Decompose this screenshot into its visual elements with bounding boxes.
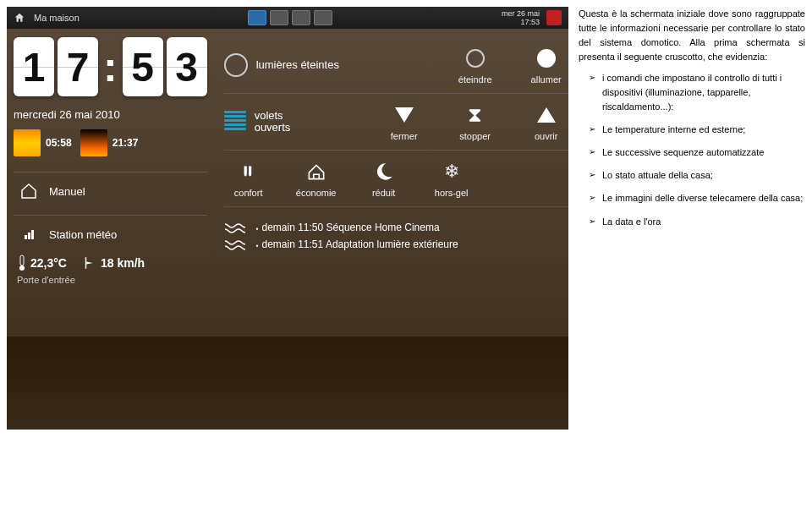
dashboard-screenshot: Ma maison mer 26 mai 17:53 1 7 : 5 3 xyxy=(7,7,568,430)
clock-min-tens: 5 xyxy=(123,37,163,96)
heating-reduced-label: réduit xyxy=(372,188,396,198)
seq1-text: demain 11:50 Séquence Home Cinema xyxy=(256,222,440,233)
weather-heading: Station météo xyxy=(49,228,117,241)
lights-on-button[interactable]: allumer xyxy=(522,46,568,85)
topbar-right: mer 26 mai 17:53 xyxy=(502,9,562,26)
shutters-stop-label: stopper xyxy=(459,131,491,141)
flip-clock: 1 7 : 5 3 xyxy=(14,37,207,96)
heating-reduced-button[interactable]: réduit xyxy=(359,159,409,198)
circle-outline-icon xyxy=(466,49,485,68)
heating-row: confort économie réduit ❄ hors-gel xyxy=(224,151,568,207)
wind-stat: 18 km/h xyxy=(82,255,145,271)
topbar-tabs xyxy=(248,10,332,25)
clock-hour-units: 7 xyxy=(58,37,98,96)
lights-status: lumières éteintes xyxy=(224,53,368,77)
desc-item-4: Lo stato attuale della casa; xyxy=(590,168,805,183)
sunset-time: 21:37 xyxy=(112,137,139,149)
desc-intro: Questa è la schermata iniziale dove sono… xyxy=(579,7,805,64)
triangle-down-icon xyxy=(395,107,414,123)
heating-economy-button[interactable]: économie xyxy=(292,159,341,198)
shutters-close-label: fermer xyxy=(391,131,418,141)
clock-separator: : xyxy=(102,42,119,91)
lights-off-button[interactable]: éteindre xyxy=(451,46,500,85)
tab-list[interactable] xyxy=(270,10,288,25)
house-mode-icon xyxy=(17,179,41,203)
mode-label: Manuel xyxy=(49,185,85,198)
topbar-datetime: mer 26 mai 17:53 xyxy=(502,9,540,26)
circle-filled-icon xyxy=(537,49,556,68)
app-title: Ma maison xyxy=(34,13,80,23)
clock-hour-tens: 1 xyxy=(14,37,54,96)
signal-icon xyxy=(17,222,41,246)
date-line: mercredi 26 mai 2010 xyxy=(14,108,207,121)
topbar-time: 17:53 xyxy=(502,18,540,26)
sequence-2: demain 11:51 Adaptation lumière extérieu… xyxy=(224,238,568,251)
tab-rooms[interactable] xyxy=(292,10,310,25)
shutters-status-text: voletsouverts xyxy=(255,110,291,134)
description-panel: Questa è la schermata iniziale dove sono… xyxy=(579,7,805,238)
wave-icon xyxy=(224,238,248,251)
reduced-icon xyxy=(371,159,397,184)
weather-location: Porte d'entrée xyxy=(17,275,204,285)
mode-row[interactable]: Manuel xyxy=(14,172,207,210)
temp-stat: 22,3°C xyxy=(17,255,67,271)
desc-list: i comandi che impostano il controllo di … xyxy=(579,71,805,228)
flag-icon xyxy=(82,255,97,271)
clock-min-units: 3 xyxy=(167,37,207,96)
desc-item-2: Le temperature interne ed esterne; xyxy=(590,123,805,137)
shutters-close-button[interactable]: fermer xyxy=(380,102,429,141)
sunrise-sunset-row: 05:58 21:37 xyxy=(14,129,207,156)
close-icon[interactable] xyxy=(546,10,562,25)
desc-item-3: Le successive sequenze automatizzate xyxy=(590,145,805,160)
heating-comfort-button[interactable]: confort xyxy=(224,159,273,198)
triangle-up-icon xyxy=(537,107,556,123)
sunset: 21:37 xyxy=(80,129,139,156)
topbar-day: mer 26 mai xyxy=(502,9,540,18)
tab-camera[interactable] xyxy=(314,10,332,25)
weather-stats: 22,3°C 18 km/h xyxy=(17,255,204,271)
desc-item-1: i comandi che impostano il controllo di … xyxy=(590,71,805,114)
shutters-open-label: ouvrir xyxy=(535,131,558,141)
heating-frost-label: hors-gel xyxy=(435,188,469,198)
lights-status-text: lumières éteintes xyxy=(256,59,339,71)
temp-value: 22,3°C xyxy=(30,256,67,270)
background-ground xyxy=(7,337,568,430)
wave-icon xyxy=(224,221,248,234)
sunrise: 05:58 xyxy=(14,129,72,156)
comfort-icon xyxy=(236,159,261,184)
wind-value: 18 km/h xyxy=(101,256,145,270)
light-off-indicator-icon xyxy=(224,53,248,77)
shutters-open-button[interactable]: ouvrir xyxy=(522,102,568,141)
heating-comfort-label: confort xyxy=(234,188,263,198)
topbar-left: Ma maison xyxy=(14,12,80,24)
seq2-text: demain 11:51 Adaptation lumière extérieu… xyxy=(256,238,458,250)
economy-icon xyxy=(304,159,329,184)
home-icon[interactable] xyxy=(14,12,25,24)
top-bar: Ma maison mer 26 mai 17:53 xyxy=(7,7,568,29)
sunrise-icon xyxy=(14,129,41,156)
thermometer-icon xyxy=(17,255,27,271)
sunset-icon xyxy=(80,129,107,156)
sequences-block: demain 11:50 Séquence Home Cinema demain… xyxy=(224,221,568,251)
shutters-row: voletsouverts fermer ⧗ stopper ouvrir xyxy=(224,94,568,151)
lights-off-label: éteindre xyxy=(458,74,492,85)
svg-point-1 xyxy=(19,266,25,271)
svg-rect-0 xyxy=(20,255,24,266)
sunrise-time: 05:58 xyxy=(46,137,72,149)
desc-item-5: Le immagini delle diverse telecamere del… xyxy=(590,191,805,205)
blinds-icon xyxy=(224,111,246,133)
weather-panel: Station météo 22,3°C 18 km/h Porte d'ent… xyxy=(14,215,207,292)
sequence-1: demain 11:50 Séquence Home Cinema xyxy=(224,221,568,234)
lights-row: lumières éteintes éteindre allumer xyxy=(224,37,568,94)
shutters-stop-button[interactable]: ⧗ stopper xyxy=(451,102,500,141)
tab-grid[interactable] xyxy=(248,10,266,25)
heating-economy-label: économie xyxy=(296,188,337,198)
snowflake-icon: ❄ xyxy=(439,159,464,184)
hourglass-icon: ⧗ xyxy=(463,102,488,128)
heating-frost-button[interactable]: ❄ hors-gel xyxy=(427,159,476,198)
desc-item-6: La data e l'ora xyxy=(590,215,805,229)
shutters-status: voletsouverts xyxy=(224,110,368,134)
lights-on-label: allumer xyxy=(531,74,562,85)
